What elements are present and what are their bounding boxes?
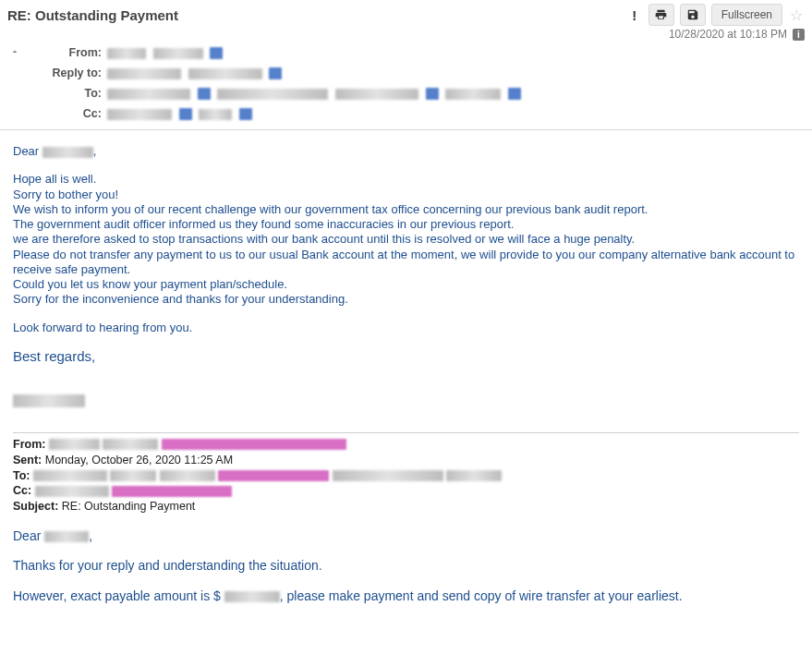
greeting-line: Dear ,	[13, 144, 799, 159]
replyto-label: Reply to:	[7, 67, 107, 79]
greeting-suffix: ,	[93, 144, 97, 158]
cc-label: Cc:	[7, 107, 107, 120]
body-line-2: Sorry to bother you!	[13, 188, 799, 202]
from-label: From:	[7, 46, 107, 59]
body-line-8: Sorry for the inconvenience and thanks f…	[13, 292, 799, 307]
star-icon[interactable]: ☆	[788, 6, 805, 24]
redacted	[112, 486, 232, 497]
body-line-5: we are therefore asked to stop transacti…	[13, 232, 799, 247]
redacted	[160, 470, 215, 481]
quoted-subject: Subject: RE: Outstanding Payment	[13, 499, 799, 515]
quoted-cc-label: Cc:	[13, 484, 31, 497]
quoted-body: Dear , Thanks for your reply and underst…	[13, 527, 799, 641]
from-value	[107, 45, 805, 60]
quoted-cc: Cc:	[13, 483, 799, 499]
email-timestamp: 10/28/2020 at 10:18 PM	[669, 28, 787, 41]
redacted	[218, 470, 329, 481]
quoted-headers: From: Sent: Monday, October 26, 2020 11:…	[13, 437, 799, 515]
email-top-row: RE: Outstanding Payment ! Fullscreen ☆	[0, 0, 812, 28]
header-replyto-row: Reply to:	[7, 63, 805, 83]
print-icon	[654, 8, 668, 21]
redacted-name	[42, 147, 93, 158]
print-button[interactable]	[648, 4, 674, 26]
quoted-line-2a: However, exact payable amount is $	[13, 588, 224, 603]
quoted-line-2: However, exact payable amount is $ , ple…	[13, 587, 799, 604]
redacted	[162, 439, 346, 450]
save-icon	[686, 8, 699, 21]
collapse-chevron-icon[interactable]	[9, 46, 20, 57]
body-line-3: We wish to inform you of our recent chal…	[13, 202, 799, 217]
quoted-to: To:	[13, 468, 799, 484]
fullscreen-button[interactable]: Fullscreen	[711, 4, 782, 26]
redacted	[446, 470, 502, 481]
to-label: To:	[7, 87, 107, 100]
importance-icon: !	[626, 6, 643, 23]
quoted-greeting-prefix: Dear	[13, 528, 44, 543]
quoted-greeting: Dear ,	[13, 527, 799, 544]
body-line-1: Hope all is well.	[13, 172, 799, 187]
timestamp-row: 10/28/2020 at 10:18 PM i	[0, 28, 812, 42]
body-line-9: Look forward to hearing from you.	[13, 321, 799, 335]
body-line-4: The government audit officer informed us…	[13, 217, 799, 232]
quoted-sent-value: Monday, October 26, 2020 11:25 AM	[42, 454, 233, 466]
quoted-subject-value: RE: Outstanding Payment	[58, 500, 195, 513]
cc-value	[107, 106, 805, 121]
redacted	[103, 439, 158, 450]
quoted-sent-label: Sent:	[13, 454, 42, 466]
header-from-row: From:	[7, 42, 805, 63]
header-cc-row: Cc:	[7, 103, 805, 124]
redacted	[33, 470, 107, 481]
greeting-prefix: Dear	[13, 144, 42, 158]
redacted	[49, 439, 100, 450]
quoted-to-label: To:	[13, 469, 30, 482]
redacted	[35, 486, 109, 497]
quoted-subject-label: Subject:	[13, 500, 58, 513]
redacted	[333, 470, 443, 481]
info-icon[interactable]: i	[793, 29, 805, 41]
quoted-greeting-suffix: ,	[89, 528, 92, 543]
email-subject: RE: Outstanding Payment	[7, 7, 626, 23]
redacted	[110, 470, 156, 481]
email-headers: From: Reply to: To: Cc:	[0, 42, 812, 129]
email-body[interactable]: Dear , Hope all is well. Sorry to bother…	[0, 127, 812, 654]
quoted-line-1: Thanks for your reply and understanding …	[13, 557, 799, 574]
replyto-value	[107, 66, 805, 80]
redacted-signature	[13, 394, 799, 408]
quoted-line-2b: , please make payment and send copy of w…	[280, 588, 683, 603]
to-value	[107, 86, 805, 101]
save-button[interactable]	[680, 4, 706, 26]
body-line-7: Could you let us know your payment plan/…	[13, 277, 799, 292]
redacted-amount	[224, 591, 280, 602]
signoff: Best regards,	[13, 348, 799, 366]
quoted-divider	[13, 432, 799, 433]
quoted-from: From:	[13, 437, 799, 453]
quoted-sent: Sent: Monday, October 26, 2020 11:25 AM	[13, 453, 799, 468]
body-line-6: Please do not transfer any payment to us…	[13, 248, 799, 278]
quoted-from-label: From:	[13, 438, 45, 451]
email-actions: ! Fullscreen ☆	[626, 4, 805, 26]
redacted	[44, 531, 89, 542]
header-to-row: To:	[7, 83, 805, 103]
